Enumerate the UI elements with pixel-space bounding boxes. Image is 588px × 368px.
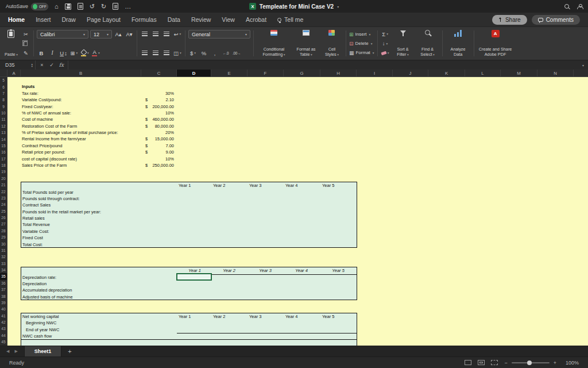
row-header-27[interactable]: 27: [0, 221, 7, 227]
row-header-34[interactable]: 34: [0, 267, 7, 273]
tab-formulas[interactable]: Formulas: [131, 16, 157, 23]
table-row[interactable]: Retail sales: [21, 215, 357, 221]
grow-font-button[interactable]: A▴: [114, 30, 123, 39]
year-header[interactable]: Year 2: [211, 313, 246, 320]
row-header-44[interactable]: 44: [0, 332, 7, 339]
input-row[interactable]: Contract Price/pound$7.00: [0, 143, 588, 149]
new-document-icon[interactable]: [113, 3, 118, 10]
row-header-16[interactable]: 16: [0, 149, 7, 155]
row-header-38[interactable]: 38: [0, 293, 7, 299]
format-painter-button[interactable]: ✎: [21, 49, 30, 57]
add-sheet-button[interactable]: +: [61, 348, 78, 355]
zoom-out-button[interactable]: −: [504, 360, 507, 366]
normal-view-icon[interactable]: [465, 360, 471, 365]
column-header-N[interactable]: N: [537, 70, 574, 77]
year-header[interactable]: Year 2: [211, 267, 247, 274]
borders-button[interactable]: ⊞: [69, 49, 79, 57]
column-header-K[interactable]: K: [428, 70, 465, 77]
cell-styles-button[interactable]: Cell Styles: [321, 29, 343, 58]
row-header-39[interactable]: 39: [0, 300, 7, 306]
clear-button[interactable]: [381, 49, 390, 57]
table-row[interactable]: Beginning NWC: [21, 320, 357, 326]
input-row[interactable]: % of NWC of annual sale:10%: [0, 110, 588, 116]
column-header-L[interactable]: L: [465, 70, 501, 77]
accounting-format-button[interactable]: $: [188, 49, 198, 57]
tab-acrobat[interactable]: Acrobat: [246, 16, 266, 23]
row-header-40[interactable]: 40: [0, 306, 7, 312]
row-header-14[interactable]: 14: [0, 136, 7, 142]
input-row[interactable]: Rental Income from the farm/year$15,000.…: [0, 136, 588, 142]
year-header[interactable]: Year 5: [320, 267, 356, 274]
comments-button[interactable]: Comments: [532, 15, 580, 25]
input-row[interactable]: % of Pretax salvage value of initial pur…: [0, 129, 588, 136]
wrap-text-button[interactable]: ↩: [173, 30, 182, 38]
cancel-button[interactable]: ×: [37, 60, 47, 70]
adobe-pdf-button[interactable]: A Create and Share Adobe PDF: [477, 29, 514, 58]
year-header[interactable]: Year 3: [247, 267, 283, 274]
tab-home[interactable]: Home: [8, 16, 25, 23]
font-size-select[interactable]: 12: [90, 30, 112, 39]
table-row[interactable]: Adjusted basis of machine: [21, 294, 357, 300]
row-header-19[interactable]: 19: [0, 168, 7, 175]
column-header-I[interactable]: I: [357, 70, 393, 77]
row-header-6[interactable]: 6: [0, 83, 7, 90]
cut-button[interactable]: ✂: [21, 30, 30, 38]
year-header[interactable]: Year 1: [177, 182, 211, 189]
table-row[interactable]: Depreciation: [21, 281, 357, 287]
tab-review[interactable]: Review: [191, 16, 211, 23]
row-header-12[interactable]: 12: [0, 123, 7, 129]
row-header-15[interactable]: 15: [0, 143, 7, 149]
format-cells-button[interactable]: ▦Format: [349, 48, 374, 57]
align-top-button[interactable]: [140, 30, 149, 38]
merge-center-button[interactable]: ◫: [173, 49, 182, 57]
print-icon[interactable]: [78, 3, 83, 10]
table-row[interactable]: Variable Cost:: [21, 228, 357, 235]
input-row[interactable]: Retail price per pound:$9.00: [0, 149, 588, 155]
prev-sheet-icon[interactable]: ◀: [6, 349, 9, 354]
row-header-20[interactable]: 20: [0, 175, 7, 182]
table-row[interactable]: Total Revenue: [21, 221, 357, 228]
zoom-slider-thumb[interactable]: [527, 361, 532, 365]
format-as-table-button[interactable]: Format as Table: [293, 29, 319, 58]
nwc-title[interactable]: Net working capital: [22, 313, 59, 320]
underline-button[interactable]: U: [59, 49, 68, 57]
year-header[interactable]: Year 5: [320, 182, 355, 189]
page-layout-view-icon[interactable]: [478, 360, 485, 365]
insert-function-button[interactable]: fx: [57, 60, 66, 70]
spreadsheet-grid[interactable]: 5678910111213141516171819202122232425262…: [0, 77, 588, 346]
share-button[interactable]: Share: [492, 15, 527, 25]
tell-me-button[interactable]: Tell me: [277, 16, 303, 23]
autosave-toggle[interactable]: OFF: [31, 3, 48, 10]
table-row[interactable]: End of year NWC: [21, 327, 357, 333]
column-header-J[interactable]: J: [393, 70, 428, 77]
row-header-11[interactable]: 11: [0, 116, 7, 122]
table-row[interactable]: Contract Sales: [21, 202, 357, 208]
column-header-D[interactable]: D: [177, 70, 211, 77]
tab-page-layout[interactable]: Page Layout: [87, 16, 121, 23]
number-format-select[interactable]: General: [188, 30, 250, 39]
input-row[interactable]: Variable Cost/pound:$2.10: [0, 97, 588, 103]
zoom-in-button[interactable]: +: [554, 360, 556, 366]
redo-icon[interactable]: ↻: [101, 3, 106, 10]
column-header-B[interactable]: B: [21, 70, 141, 77]
column-header-A[interactable]: A: [7, 70, 21, 77]
input-row[interactable]: Fixed Cost/year:$200,000.00: [0, 103, 588, 110]
row-header-26[interactable]: 26: [0, 214, 7, 221]
copy-button[interactable]: [21, 40, 30, 48]
align-right-button[interactable]: [162, 49, 171, 57]
select-all-corner[interactable]: [0, 70, 7, 77]
row-header-18[interactable]: 18: [0, 162, 7, 168]
row-header-7[interactable]: 7: [0, 90, 7, 97]
zoom-slider[interactable]: [512, 362, 550, 363]
row-header-36[interactable]: 36: [0, 280, 7, 286]
row-header-41[interactable]: 41: [0, 313, 7, 319]
sort-filter-button[interactable]: Sort & Filter: [392, 29, 415, 58]
table-row[interactable]: Total Pounds sold per year: [21, 189, 357, 195]
align-center-button[interactable]: [151, 49, 160, 57]
row-header-9[interactable]: 9: [0, 103, 7, 110]
fill-button[interactable]: ↓: [381, 40, 390, 48]
search-icon[interactable]: [564, 4, 569, 9]
table-row[interactable]: Accumulated depreciation: [21, 287, 357, 293]
active-cell-D35[interactable]: [176, 273, 212, 281]
table-row[interactable]: Pounds sold in the retail market per yea…: [21, 209, 357, 215]
